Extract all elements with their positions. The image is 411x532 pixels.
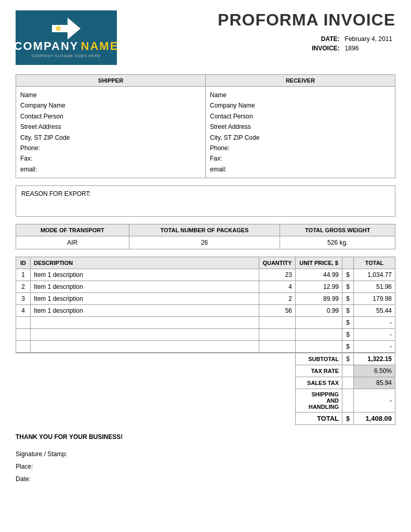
item-3-id: 3: [16, 293, 31, 305]
item-1-id: 1: [16, 269, 31, 281]
logo-company-text: COMPANY: [14, 41, 79, 52]
date-label: DATE:: [310, 35, 341, 43]
item-2-unit: 12.99: [296, 281, 342, 293]
shipper-contact: Contact Person: [20, 111, 201, 122]
shipper-city: City, ST ZIP Code: [20, 132, 201, 143]
company-logo: COMPANY NAME COMPANY SLOGAN GOES HERE: [16, 10, 117, 65]
logo-slogan: COMPANY SLOGAN GOES HERE: [32, 54, 101, 58]
transport-col3-header: TOTAL GROSS WEIGHT: [280, 224, 395, 236]
shipper-name: Name: [20, 90, 201, 100]
sales-tax-row: SALES TAX 85.94: [16, 377, 395, 389]
transport-packages: 26: [129, 236, 280, 249]
header-info: PROFORMA INVOICE DATE: February 4, 2011 …: [117, 10, 395, 54]
item-row-4: 4 Item 1 description 56 0.99 $ 55.44: [16, 305, 395, 317]
item-2-desc: Item 1 description: [31, 281, 259, 293]
item-empty-3: $ -: [16, 341, 395, 353]
col-unit-price: UNIT PRICE, $: [296, 257, 342, 269]
receiver-name: Name: [210, 90, 391, 100]
svg-point-1: [56, 26, 61, 31]
receiver-heading: RECEIVER: [206, 75, 395, 87]
total-dollar: $: [342, 413, 354, 425]
shipping-label: SHIPPING AND HANDLING: [296, 389, 342, 413]
shipper-email: email:: [20, 164, 201, 175]
shipper-heading: SHIPPER: [16, 75, 206, 87]
item-4-qty: 56: [259, 305, 296, 317]
item-3-qty: 2: [259, 293, 296, 305]
item-1-desc: Item 1 description: [31, 269, 259, 281]
signature-line: Signature / Stamp:: [16, 448, 395, 460]
bottom-left: THANK YOU FOR YOUR BUSINESS! Signature /…: [16, 427, 395, 485]
shipping-row: SHIPPING AND HANDLING -: [16, 389, 395, 413]
shipper-info: Name Company Name Contact Person Street …: [16, 87, 206, 178]
shipping-value: -: [354, 389, 395, 413]
item-row-3: 3 Item 1 description 2 89.99 $ 179.98: [16, 293, 395, 305]
item-2-total: 51.96: [354, 281, 395, 293]
item-row-1: 1 Item 1 description 23 44.99 $ 1,034.77: [16, 269, 395, 281]
grand-total-row: TOTAL $ 1,408.09: [16, 413, 395, 425]
items-table: ID DESCRIPTION QUANTITY UNIT PRICE, $ TO…: [16, 257, 395, 425]
receiver-fax: Fax:: [210, 153, 391, 164]
total-value: 1,408.09: [354, 413, 395, 425]
receiver-info: Name Company Name Contact Person Street …: [206, 87, 395, 178]
col-quantity: QUANTITY: [259, 257, 296, 269]
item-1-qty: 23: [259, 269, 296, 281]
transport-mode: AIR: [16, 236, 129, 249]
item-empty-1: $ -: [16, 317, 395, 329]
empty-2-dollar: $: [342, 329, 354, 341]
item-2-dollar: $: [342, 281, 354, 293]
empty-1-total: -: [354, 317, 395, 329]
empty-3-total: -: [354, 341, 395, 353]
item-3-desc: Item 1 description: [31, 293, 259, 305]
receiver-address: Street Address: [210, 122, 391, 132]
receiver-contact: Contact Person: [210, 111, 391, 122]
empty-3-dollar: $: [342, 341, 354, 353]
tax-rate-label: TAX RATE: [296, 365, 342, 377]
invoice-value: 1896: [343, 44, 394, 52]
item-4-total: 55.44: [354, 305, 395, 317]
invoice-label: INVOICE:: [310, 44, 341, 52]
subtotal-dollar: $: [342, 353, 354, 365]
place-line: Place:: [16, 460, 395, 473]
col-dollar-header: [342, 257, 354, 269]
invoice-title: PROFORMA INVOICE: [127, 10, 395, 30]
total-label: TOTAL: [296, 413, 342, 425]
subtotal-row: SUBTOTAL $ 1,322.15: [16, 353, 395, 365]
item-1-total: 1,034.77: [354, 269, 395, 281]
logo-name-text: NAME: [81, 39, 119, 53]
item-1-dollar: $: [342, 269, 354, 281]
subtotal-value: 1,322.15: [354, 353, 395, 365]
col-id: ID: [16, 257, 31, 269]
item-4-dollar: $: [342, 305, 354, 317]
transport-table: MODE OF TRANSPORT TOTAL NUMBER OF PACKAG…: [16, 224, 395, 249]
transport-col1-header: MODE OF TRANSPORT: [16, 224, 129, 236]
item-2-id: 2: [16, 281, 31, 293]
item-empty-2: $ -: [16, 329, 395, 341]
receiver-company: Company Name: [210, 100, 391, 111]
item-3-unit: 89.99: [296, 293, 342, 305]
tax-rate-value: 6.50%: [354, 365, 395, 377]
reason-box: REASON FOR EXPORT:: [16, 185, 395, 217]
item-4-unit: 0.99: [296, 305, 342, 317]
item-3-dollar: $: [342, 293, 354, 305]
item-1-unit: 44.99: [296, 269, 342, 281]
invoice-meta-table: DATE: February 4, 2011 INVOICE: 1896: [309, 34, 395, 54]
signature-block: Signature / Stamp: Place: Date:: [16, 448, 395, 485]
transport-col2-header: TOTAL NUMBER OF PACKAGES: [129, 224, 280, 236]
empty-2-total: -: [354, 329, 395, 341]
subtotal-label: SUBTOTAL: [296, 353, 342, 365]
empty-1-dollar: $: [342, 317, 354, 329]
date-line: Date:: [16, 473, 395, 485]
receiver-city: City, ST ZIP Code: [210, 132, 391, 143]
reason-label: REASON FOR EXPORT:: [21, 190, 91, 197]
item-4-desc: Item 1 description: [31, 305, 259, 317]
col-total: TOTAL: [354, 257, 395, 269]
thank-you-text: THANK YOU FOR YOUR BUSINESS!: [16, 433, 395, 441]
arrow-icon: [52, 18, 81, 39]
tax-rate-row: TAX RATE 6.50%: [16, 365, 395, 377]
sales-tax-value: 85.94: [354, 377, 395, 389]
col-description: DESCRIPTION: [31, 257, 259, 269]
parties-table: SHIPPER RECEIVER Name Company Name Conta…: [16, 74, 395, 178]
transport-weight: 526 kg.: [280, 236, 395, 249]
date-value: February 4, 2011: [343, 35, 394, 43]
shipper-company: Company Name: [20, 100, 201, 111]
